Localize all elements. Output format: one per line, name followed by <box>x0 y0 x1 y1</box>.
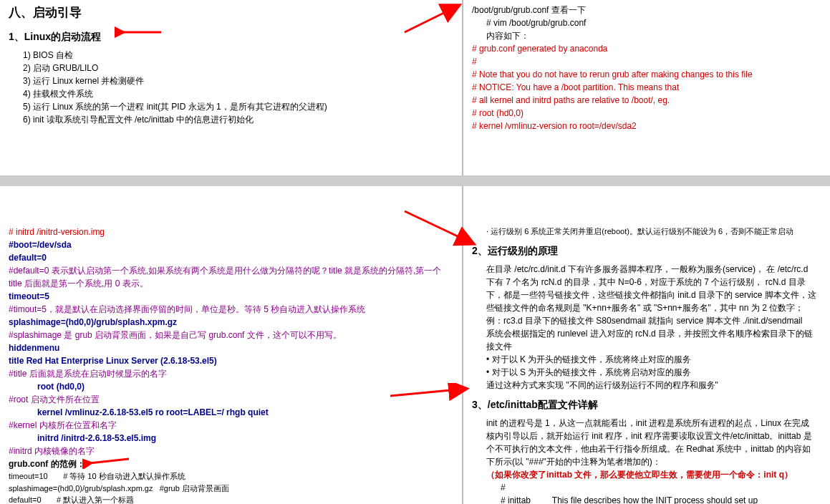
q2-line-2: # vim /boot/grub/grub.conf <box>472 16 816 29</box>
step-4: 4) 挂载根文件系统 <box>23 87 453 100</box>
q3-p3: #splashimage 是 grub 启动背景画面，如果是自己写 grub.c… <box>9 329 453 341</box>
q4-i2a: # inittab <box>501 495 531 505</box>
q2-red-5: # all kernel and initrd paths are relati… <box>472 94 816 107</box>
q4-para1: 在目录 /etc/rc.d/init.d 下有许多服务器脚本程序，一般称为服务(… <box>472 263 816 314</box>
q3-b2: default=0 <box>9 251 453 264</box>
step-1: 1) BIOS 自检 <box>23 49 453 62</box>
subsection-1: 1、Linux的启动流程 <box>9 29 453 44</box>
q3-b7: root (hd0,0) <box>9 380 453 393</box>
q3-ex3b: # 默认进入第一个标题 <box>57 495 134 504</box>
subsection-2: 2、运行级别的原理 <box>472 243 816 258</box>
q3-b6: title Red Hat Enterprise Linux Server (2… <box>9 354 453 367</box>
q4-para2: 例：rc3.d 目录下的链接文件 S80sendmail 就指向 service… <box>472 314 816 327</box>
q3-ex1b: # 等待 10 秒自动进入默认操作系统 <box>63 472 185 480</box>
q3-ex1a: timeout=10 <box>9 472 48 480</box>
q2-red-7: # kernel /vmlinuz-version ro root=/dev/s… <box>472 120 816 132</box>
q3-b8: kernel /vmlinuz-2.6.18-53.el5 ro root=LA… <box>9 406 453 419</box>
q2-red-6: # root (hd0,0) <box>472 107 816 120</box>
quadrant-bottom-right: · 运行级别 6 系统正常关闭并重启(reboot)。默认运行级别不能设为 6，… <box>463 222 825 504</box>
q3-b5: hiddenmenu <box>9 341 453 354</box>
step-3: 3) 运行 Linux kernel 并检测硬件 <box>23 74 453 87</box>
q3-ex2a: splashimage=(hd0,0)/grub/splash.xpm.gz <box>9 484 153 493</box>
q3-p4: #title 后面就是系统在启动时候显示的名字 <box>9 367 453 380</box>
quadrant-top-right: /boot/grub/grub.conf 查看一下 # vim /boot/gr… <box>463 0 825 175</box>
q4-bul2: 对于以 S 为开头的链接文件，系统将启动对应的服务 <box>472 366 816 379</box>
q4-para4: 通过这种方式来实现 "不同的运行级别运行不同的程序和服务" <box>472 379 816 392</box>
q3-red-1: # initrd /initrd-version.img <box>9 226 453 238</box>
section-title-8: 八、启动引导 <box>9 4 453 22</box>
q4-note: · 运行级别 6 系统正常关闭并重启(reboot)。默认运行级别不能设为 6，… <box>472 226 816 238</box>
q3-b9: initrd /initrd-2.6.18-53.el5.img <box>9 432 453 445</box>
q4-bul1: 对于以 K 为开头的链接文件，系统将终止对应的服务 <box>472 353 816 366</box>
q4-para5: init 的进程号是 1，从这一点就能看出，init 进程是系统所有进程的起点，… <box>472 417 816 468</box>
q2-line-3: 内容如下： <box>472 29 816 42</box>
q3-ex2: splashimage=(hd0,0)/grub/splash.xpm.gz #… <box>9 483 453 495</box>
q2-red-2: # <box>472 55 816 68</box>
q2-line-1: /boot/grub/grub.conf 查看一下 <box>472 4 816 16</box>
q3-b4: splashimage=(hd0,0)/grub/splash.xpm.gz <box>9 316 453 329</box>
q3-b3: timeout=5 <box>9 290 453 303</box>
quadrant-top-left: 八、启动引导 1、Linux的启动流程 1) BIOS 自检 2) 启动 GRU… <box>0 0 462 175</box>
quadrant-bottom-left: # initrd /initrd-version.img #boot=/dev/… <box>0 222 462 504</box>
step-5: 5) 运行 Linux 系统的第一个进程 init(其 PID 永远为 1，是所… <box>23 100 453 113</box>
q3-p6: #kernel 内核所在位置和名字 <box>9 419 453 432</box>
q2-red-4: # NOTICE: You have a /boot partition. Th… <box>472 81 816 94</box>
q4-i1: # <box>472 481 816 494</box>
q3-p1: #default=0 表示默认启动第一个系统,如果系统有两个系统是用什么做为分隔… <box>9 264 453 290</box>
step-2: 2) 启动 GRUB/LILO <box>23 62 453 74</box>
q4-i2b: This file describes how the INIT process… <box>552 495 758 505</box>
q4-para3: 系统会根据指定的 runlevel 进入对应的 rcN.d 目录，并按照文件名顺… <box>472 327 816 353</box>
q3-b1: #boot=/dev/sda <box>9 238 453 251</box>
q4-i2: # inittab This file describes how the IN… <box>472 494 816 505</box>
step-6: 6) init 读取系统引导配置文件 /etc/inittab 中的信息进行初始… <box>23 113 453 126</box>
q3-p2: #timout=5，就是默认在启动选择界面停留的时间，单位是秒。等待 5 秒自动… <box>9 303 453 316</box>
q3-p7: #initrd 内核镜像的名字 <box>9 445 453 457</box>
q3-ex3: default=0 # 默认进入第一个标题 <box>9 494 453 504</box>
subsection-3: 3、/etc/inittab配置文件详解 <box>472 397 816 412</box>
page-divider-horizontal <box>0 175 830 186</box>
q4-redline: （如果你改变了inittab 文件，那么要使他立即生效，需要使用一个命令：ini… <box>472 468 816 481</box>
q3-b10: grub.conf 的范例： <box>9 457 453 470</box>
q3-p5: #root 启动文件所在位置 <box>9 393 453 406</box>
q3-ex3a: default=0 <box>9 495 42 504</box>
q2-red-1: # grub.conf generated by anaconda <box>472 42 816 55</box>
q2-red-3: # Note that you do not have to rerun gru… <box>472 68 816 81</box>
q3-ex1: timeout=10 # 等待 10 秒自动进入默认操作系统 <box>9 470 453 483</box>
q3-ex2b: #grub 启动背景画面 <box>160 484 229 493</box>
